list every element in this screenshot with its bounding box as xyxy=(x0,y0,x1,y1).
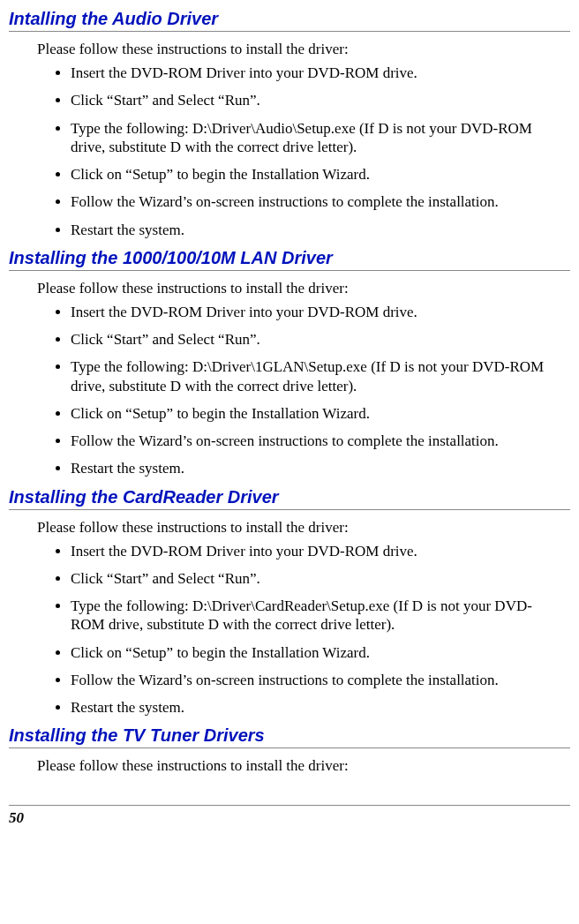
page-number: 50 xyxy=(9,809,24,826)
list-item: Type the following: D:\Driver\Audio\Setu… xyxy=(71,119,561,157)
section-heading-lan: Installing the 1000/100/10M LAN Driver xyxy=(9,248,570,271)
section-heading-audio: Intalling the Audio Driver xyxy=(9,9,570,32)
list-item: Click “Start” and Select “Run”. xyxy=(71,330,561,349)
section-intro: Please follow these instructions to inst… xyxy=(37,519,570,537)
list-item: Click on “Setup” to begin the Installati… xyxy=(71,404,561,423)
list-item: Type the following: D:\Driver\CardReader… xyxy=(71,597,561,635)
list-item: Restart the system. xyxy=(71,698,561,717)
list-item: Restart the system. xyxy=(71,459,561,477)
steps-list: Insert the DVD-ROM Driver into your DVD-… xyxy=(51,542,561,717)
list-item: Follow the Wizard’s on-screen instructio… xyxy=(71,432,561,450)
list-item: Restart the system. xyxy=(71,221,561,239)
list-item: Follow the Wizard’s on-screen instructio… xyxy=(71,192,561,211)
list-item: Follow the Wizard’s on-screen instructio… xyxy=(71,671,561,689)
list-item: Click on “Setup” to begin the Installati… xyxy=(71,165,561,184)
section-heading-tvtuner: Installing the TV Tuner Drivers xyxy=(9,725,570,748)
section-heading-cardreader: Installing the CardReader Driver xyxy=(9,487,570,510)
list-item: Insert the DVD-ROM Driver into your DVD-… xyxy=(71,542,561,560)
section-intro: Please follow these instructions to inst… xyxy=(37,41,570,58)
list-item: Insert the DVD-ROM Driver into your DVD-… xyxy=(71,303,561,321)
list-item: Type the following: D:\Driver\1GLAN\Setu… xyxy=(71,357,561,395)
list-item: Insert the DVD-ROM Driver into your DVD-… xyxy=(71,64,561,82)
page-footer: 50 xyxy=(9,805,570,827)
page-content: Intalling the Audio Driver Please follow… xyxy=(0,9,579,836)
list-item: Click “Start” and Select “Run”. xyxy=(71,569,561,588)
list-item: Click on “Setup” to begin the Installati… xyxy=(71,643,561,662)
section-intro: Please follow these instructions to inst… xyxy=(37,757,570,775)
list-item: Click “Start” and Select “Run”. xyxy=(71,91,561,109)
section-intro: Please follow these instructions to inst… xyxy=(37,280,570,297)
steps-list: Insert the DVD-ROM Driver into your DVD-… xyxy=(51,64,561,239)
steps-list: Insert the DVD-ROM Driver into your DVD-… xyxy=(51,303,561,478)
